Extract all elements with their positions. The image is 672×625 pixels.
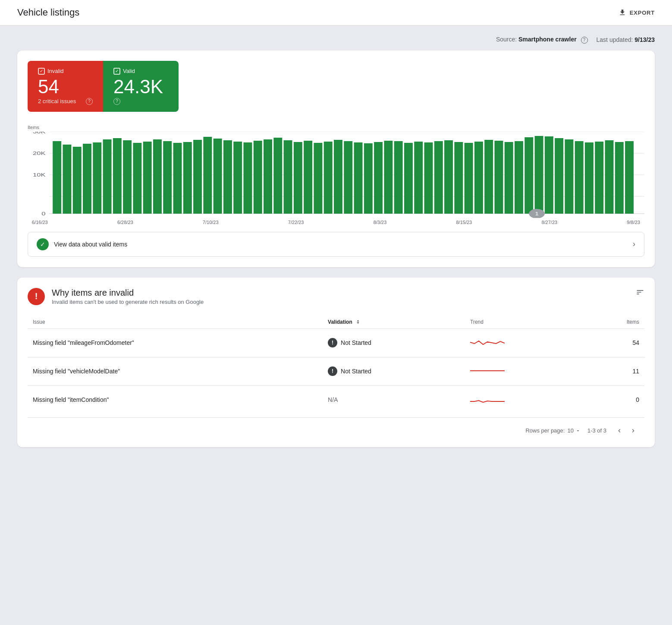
- bar-chart: 30K 20K 10K 0: [28, 132, 644, 218]
- rows-per-page-label: Rows per page:: [525, 427, 565, 434]
- source-label: Source: Smartphone crawler ?: [496, 36, 588, 44]
- svg-rect-13: [93, 142, 101, 214]
- svg-rect-60: [565, 139, 573, 214]
- items-count-1: 54: [584, 328, 644, 357]
- svg-rect-12: [83, 144, 91, 214]
- svg-rect-39: [354, 142, 363, 214]
- issues-table: Issue Validation Trend Items Missing fie…: [28, 316, 644, 414]
- source-info-icon[interactable]: ?: [581, 37, 588, 44]
- svg-rect-19: [153, 139, 162, 214]
- svg-rect-17: [133, 143, 141, 214]
- issue-name-3: Missing field "itemCondition": [28, 385, 323, 414]
- svg-rect-56: [524, 137, 533, 214]
- svg-rect-30: [264, 139, 272, 214]
- page-title: Vehicle listings: [17, 7, 79, 18]
- rows-per-page-dropdown[interactable]: 10: [567, 427, 580, 434]
- next-page-button[interactable]: [627, 425, 639, 437]
- svg-rect-24: [203, 137, 212, 214]
- prev-page-icon: [616, 427, 623, 434]
- invalid-count: 54: [38, 77, 93, 96]
- trend-chart-1: [470, 336, 505, 349]
- svg-rect-46: [424, 142, 433, 214]
- chart-x-labels: 6/16/23 6/28/23 7/10/23 7/22/23 8/3/23 8…: [28, 220, 644, 225]
- svg-rect-14: [103, 139, 112, 214]
- view-data-check-icon: ✓: [37, 238, 49, 250]
- source-bar: Source: Smartphone crawler ? Last update…: [17, 36, 655, 44]
- invalid-tile-label: ✓ Invalid: [38, 68, 93, 75]
- page-info: 1-3 of 3: [587, 427, 606, 434]
- invalid-header: ! Why items are invalid Invalid items ca…: [28, 288, 644, 305]
- trend-1: [465, 328, 584, 357]
- validation-3: N/A: [323, 385, 465, 414]
- table-row: Missing field "mileageFromOdometer" ! No…: [28, 328, 644, 357]
- svg-rect-38: [344, 141, 352, 214]
- table-header-row: Issue Validation Trend Items: [28, 316, 644, 329]
- table-row: Missing field "itemCondition" N/A 0: [28, 385, 644, 414]
- invalid-tile: ✓ Invalid 54 2 critical issues ?: [28, 61, 103, 112]
- svg-rect-64: [605, 140, 614, 214]
- invalid-subtitle: Invalid items can't be used to generate …: [52, 299, 204, 305]
- prev-page-button[interactable]: [613, 425, 625, 437]
- svg-rect-28: [244, 142, 252, 214]
- not-started-icon-2: !: [328, 366, 337, 376]
- valid-count: 24.3K: [113, 77, 168, 96]
- svg-rect-36: [324, 142, 333, 214]
- valid-help-icon[interactable]: ?: [113, 98, 120, 105]
- last-updated: Last updated: 9/13/23: [597, 36, 655, 43]
- svg-text:1: 1: [535, 211, 539, 216]
- col-validation[interactable]: Validation: [323, 316, 465, 329]
- svg-rect-23: [193, 140, 202, 214]
- chart-container: 30K 20K 10K 0: [28, 132, 644, 218]
- issue-name-1: Missing field "mileageFromOdometer": [28, 328, 323, 357]
- svg-rect-61: [575, 141, 584, 214]
- invalid-section: ! Why items are invalid Invalid items ca…: [17, 278, 655, 447]
- svg-rect-43: [394, 141, 403, 214]
- trend-2: [465, 357, 584, 385]
- filter-icon[interactable]: [636, 288, 644, 299]
- svg-text:0: 0: [41, 211, 46, 216]
- issue-name-2: Missing field "vehicleModelDate": [28, 357, 323, 385]
- invalid-help-icon[interactable]: ?: [86, 98, 93, 105]
- rows-per-page-value: 10: [567, 427, 573, 434]
- svg-rect-16: [123, 140, 132, 214]
- svg-rect-40: [364, 143, 373, 214]
- svg-rect-18: [143, 142, 152, 214]
- chart-area: Items 30K 20K 10K 0: [28, 120, 644, 225]
- valid-tile-label: ✓ Valid: [113, 68, 168, 75]
- next-page-icon: [630, 427, 637, 434]
- status-tiles: ✓ Invalid 54 2 critical issues ? ✓ Valid…: [28, 61, 644, 112]
- svg-rect-35: [314, 143, 322, 214]
- view-data-chevron-icon: ›: [633, 240, 635, 249]
- svg-rect-33: [294, 142, 302, 214]
- svg-rect-37: [334, 140, 342, 214]
- svg-rect-48: [444, 140, 453, 214]
- invalid-sub: 2 critical issues ?: [38, 98, 93, 105]
- svg-text:10K: 10K: [33, 173, 46, 177]
- invalid-title: Why items are invalid: [52, 288, 204, 298]
- svg-rect-20: [163, 141, 172, 214]
- svg-rect-53: [494, 141, 503, 214]
- view-data-label: View data about valid items: [54, 241, 127, 248]
- svg-rect-59: [555, 138, 563, 214]
- svg-rect-10: [63, 145, 71, 214]
- svg-rect-65: [615, 142, 624, 214]
- svg-rect-21: [173, 143, 182, 214]
- invalid-check-icon: ✓: [38, 68, 45, 75]
- export-button[interactable]: EXPORT: [619, 9, 655, 16]
- svg-rect-26: [223, 140, 232, 214]
- valid-check-icon: ✓: [113, 68, 120, 75]
- svg-rect-47: [434, 141, 443, 214]
- view-data-button[interactable]: ✓ View data about valid items ›: [28, 232, 644, 257]
- error-icon: !: [28, 288, 45, 305]
- svg-rect-58: [545, 136, 553, 214]
- svg-rect-29: [254, 141, 262, 214]
- svg-rect-63: [595, 142, 603, 214]
- svg-rect-41: [374, 142, 383, 214]
- trend-chart-3: [470, 393, 505, 406]
- validation-1: ! Not Started: [323, 328, 465, 357]
- svg-rect-54: [505, 142, 513, 214]
- export-icon: [619, 9, 626, 16]
- trend-3: [465, 385, 584, 414]
- svg-text:30K: 30K: [33, 132, 46, 134]
- svg-text:20K: 20K: [33, 151, 46, 156]
